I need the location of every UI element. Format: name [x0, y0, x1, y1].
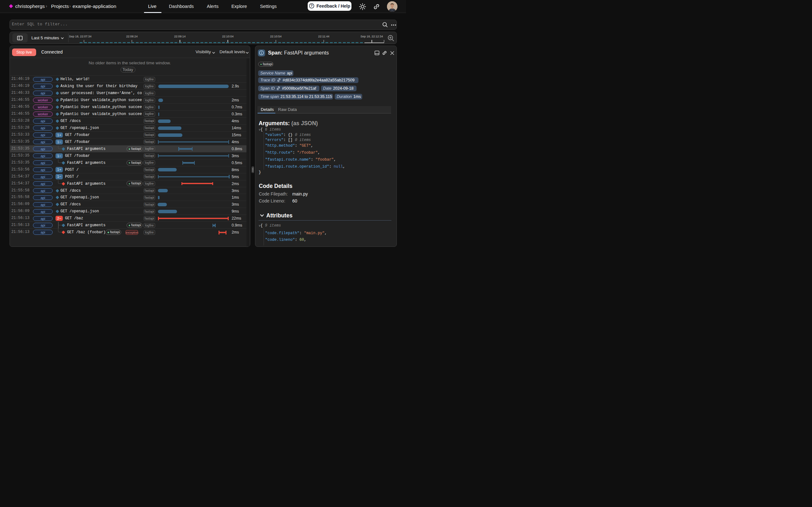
svg-text:?: ? [310, 4, 312, 8]
